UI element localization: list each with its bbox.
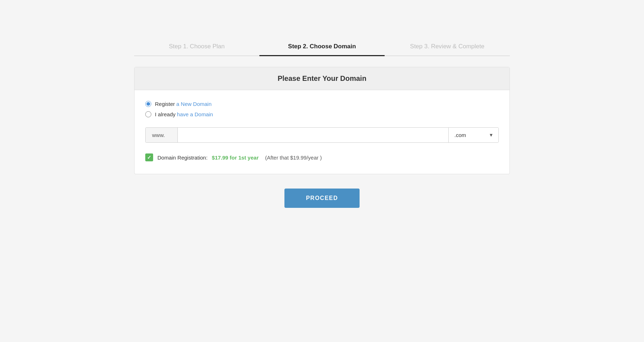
step-2[interactable]: Step 2. Choose Domain — [259, 43, 385, 56]
radio-register-label: Register — [155, 101, 175, 107]
radio-existing[interactable]: I already have a Domain — [145, 111, 499, 117]
step-3[interactable]: Step 3. Review & Complete — [385, 43, 510, 56]
proceed-button[interactable]: PROCEED — [284, 189, 360, 208]
page-container: Step 1. Choose Plan Step 2. Choose Domai… — [134, 43, 510, 208]
card-body: Register a New Domain I already have a D… — [135, 90, 509, 174]
radio-existing-input[interactable] — [145, 111, 151, 117]
steps-nav: Step 1. Choose Plan Step 2. Choose Domai… — [134, 43, 510, 56]
tld-select-wrapper: .com .net .org .io .co ▼ — [448, 128, 498, 142]
registration-row: ✓ Domain Registration: $17.99 for 1st ye… — [145, 153, 499, 161]
registration-price: $17.99 for 1st year — [212, 155, 259, 161]
radio-register[interactable]: Register a New Domain — [145, 101, 499, 107]
proceed-btn-wrapper: PROCEED — [134, 189, 510, 208]
step-3-label: Step 3. Review & Complete — [410, 43, 484, 50]
card-header: Please Enter Your Domain — [135, 67, 509, 90]
radio-existing-label: I already — [155, 111, 176, 117]
radio-existing-link[interactable]: have a Domain — [177, 111, 213, 117]
radio-register-link[interactable]: a New Domain — [176, 101, 211, 107]
step-1-label: Step 1. Choose Plan — [169, 43, 225, 50]
domain-card: Please Enter Your Domain Register a New … — [134, 67, 510, 174]
registration-after-text: (After that $19.99/year ) — [265, 155, 322, 161]
registration-checkbox[interactable]: ✓ — [145, 153, 153, 161]
domain-text-input[interactable] — [178, 128, 448, 142]
checkmark-icon: ✓ — [147, 155, 151, 160]
www-prefix: www. — [146, 128, 178, 142]
radio-group: Register a New Domain I already have a D… — [145, 101, 499, 117]
step-1[interactable]: Step 1. Choose Plan — [134, 43, 259, 56]
domain-input-row: www. .com .net .org .io .co ▼ — [145, 127, 499, 143]
step-2-label: Step 2. Choose Domain — [288, 43, 356, 50]
radio-register-input[interactable] — [145, 101, 151, 107]
card-header-title: Please Enter Your Domain — [278, 74, 366, 82]
registration-label: Domain Registration: — [157, 155, 208, 161]
tld-select[interactable]: .com .net .org .io .co — [449, 128, 498, 142]
